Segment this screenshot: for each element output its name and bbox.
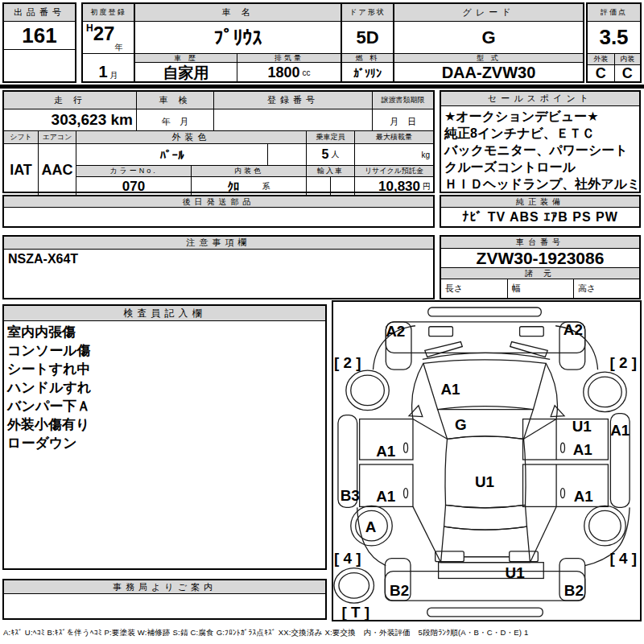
score-box: 評価点 3.5 外装 内装 C C: [586, 2, 642, 83]
damage-label-4: [ 4 ]: [610, 550, 637, 567]
front-lip: [428, 308, 542, 316]
import-cell-1: [306, 177, 330, 196]
year-unit: 年: [114, 42, 122, 53]
text-line: クルーズコントロール: [444, 159, 636, 175]
front-left-wheel: [346, 370, 389, 410]
left-headlight: [429, 327, 453, 336]
damage-diagram-box: A2A2[ 2 ][ 2 ]A1GU1A1A1A1U1A1A1B3A[ 4 ][…: [332, 300, 642, 621]
interior-color-header: 内装色: [191, 166, 306, 177]
left-mirror: [409, 406, 423, 417]
history-value: 自家用: [134, 63, 237, 83]
exterior-grade: C: [588, 65, 614, 81]
damage-label-B2: B2: [564, 582, 584, 599]
notes-box: 注意事項欄 NSZA-X64T: [2, 235, 435, 299]
reg-number-header: 登録番号: [213, 92, 372, 109]
chassis-box: 車台番号 ZVW30-1923086 諸 元 長さ 幅 高さ: [440, 235, 641, 299]
capacity-value-cell: 5 人: [306, 144, 354, 166]
equipment-value: ﾅﾋﾞ TV ABS ｴｱB PS PW: [441, 208, 639, 226]
notes-value: NSZA-X64T: [4, 250, 433, 269]
damage-label-A1: A1: [610, 422, 630, 439]
left-quarter: [357, 507, 386, 565]
damage-label-A2: A2: [386, 323, 405, 340]
left-front-door-handle: [404, 443, 408, 452]
inspection-value: 年 月: [136, 109, 213, 130]
right-front-door: [523, 419, 609, 460]
color-no-header: カラーNo.: [76, 166, 191, 177]
exterior-color-extra-cell: [267, 144, 306, 166]
interior-grade: C: [614, 65, 641, 81]
front-bumper: [386, 322, 584, 353]
model-code-header: 型 式: [393, 54, 583, 63]
right-a-pillar: [524, 419, 557, 440]
transfer-deadline-header: 譲渡書類期限: [372, 92, 433, 109]
rear-right-wheel-inner: [589, 510, 621, 541]
first-registration-header: 初度登録: [83, 4, 134, 22]
lot-number-value: 161: [4, 22, 75, 50]
grade-value: G: [393, 22, 583, 54]
damage-label-T: [ T ]: [341, 604, 369, 620]
text-line: 外装小傷有り: [7, 415, 322, 434]
sales-points-box: セールスポイント ★オークションデビュー★純正8インチナビ、ＥＴＣバックモニター…: [440, 90, 641, 193]
capacity-header: 乗車定員: [306, 131, 354, 144]
fuel-header: 燃 料: [341, 54, 393, 63]
displacement-value-cell: 1800 cc: [237, 63, 341, 83]
spec-width-label: 幅: [507, 279, 573, 298]
rear-right-wheel: [584, 506, 625, 545]
damage-label-U1: U1: [475, 473, 494, 490]
trunk-lid: [439, 563, 544, 579]
legend: A:ｷｽﾞ U:ﾍｺﾐ B:ｷｽﾞを伴うﾍｺﾐ P:要塗装 W:補修跡 S:錆 …: [3, 628, 642, 638]
recycle-value-cell: 10,830 円: [354, 177, 433, 196]
recycle-unit: 円: [423, 181, 431, 192]
damage-label-2: [ 2 ]: [610, 354, 637, 371]
shift-value: IAT: [4, 144, 38, 196]
right-rear-door-handle: [561, 489, 565, 498]
capacity-value: 5: [322, 147, 329, 162]
mileage-header: 走 行: [4, 92, 136, 109]
inspector-lines: 室内内張傷コンソール傷シートすれ中ハンドルすれバンパー下Ａ外装小傷有りローダウン: [4, 321, 325, 454]
left-c-pillar: [413, 506, 441, 562]
displacement-header: 排気量: [237, 54, 341, 63]
damage-label-B3: B3: [341, 487, 360, 504]
spec-height-label: 高さ: [573, 279, 639, 298]
import-cell-2: [330, 177, 354, 196]
spare-tire-inner: [339, 573, 369, 599]
office-header: 事務局よりご案内: [4, 580, 325, 594]
right-front-door-handle: [561, 443, 565, 452]
recycle-value: 10,830: [378, 179, 420, 195]
shift-header: シフト: [4, 131, 38, 144]
damage-label-A1: A1: [574, 488, 593, 505]
later-parts-box: 後日発送部品: [2, 195, 435, 228]
auction-sheet: 出品番号 161 初度登録 車 名 ドア形状 グレード H 27 年 ﾌﾟﾘｳｽ…: [0, 0, 644, 644]
damage-label-A1: A1: [440, 381, 460, 398]
sales-points-lines: ★オークションデビュー★純正8インチナビ、ＥＴＣバックモニター、パワーシートクル…: [441, 106, 639, 194]
capacity-unit: 人: [331, 149, 339, 160]
lot-number-header: 出品番号: [4, 4, 75, 22]
left-rear-door-handle: [404, 489, 408, 498]
roof: [445, 436, 526, 508]
text-line: ハンドルすれ: [7, 378, 322, 397]
interior-color-suffix: 系: [262, 181, 270, 192]
transfer-deadline-value: 月 日: [372, 109, 433, 130]
front-right-wheel: [584, 372, 626, 411]
score-value: 3.5: [588, 22, 640, 54]
displacement-unit: cc: [303, 68, 311, 77]
damage-label-A1: A1: [376, 443, 395, 460]
month-unit: 月: [110, 70, 118, 81]
spec-length-label: 長さ: [441, 279, 507, 298]
interior-header: 内装: [614, 54, 641, 65]
door-shape-value: 5D: [341, 22, 393, 54]
text-line: コンソール傷: [7, 341, 322, 360]
door-shape-header: ドア形状: [341, 4, 393, 22]
score-header: 評価点: [588, 4, 640, 22]
text-line: シートすれ中: [7, 360, 322, 378]
displacement-value: 1800: [267, 64, 299, 81]
right-headlight: [520, 327, 544, 336]
equipment-header: 純正装備: [441, 196, 639, 208]
aircon-value: AAC: [38, 144, 76, 196]
sales-points-header: セールスポイント: [441, 92, 639, 106]
info-box: 走 行 車 検 登録番号 譲渡書類期限 303,623 km 年 月 月 日 シ…: [2, 90, 435, 193]
text-line: バックモニター、パワーシート: [444, 142, 636, 159]
front-left-wheel-inner: [351, 375, 385, 406]
text-line: ローダウン: [7, 434, 322, 452]
windshield: [438, 410, 534, 440]
